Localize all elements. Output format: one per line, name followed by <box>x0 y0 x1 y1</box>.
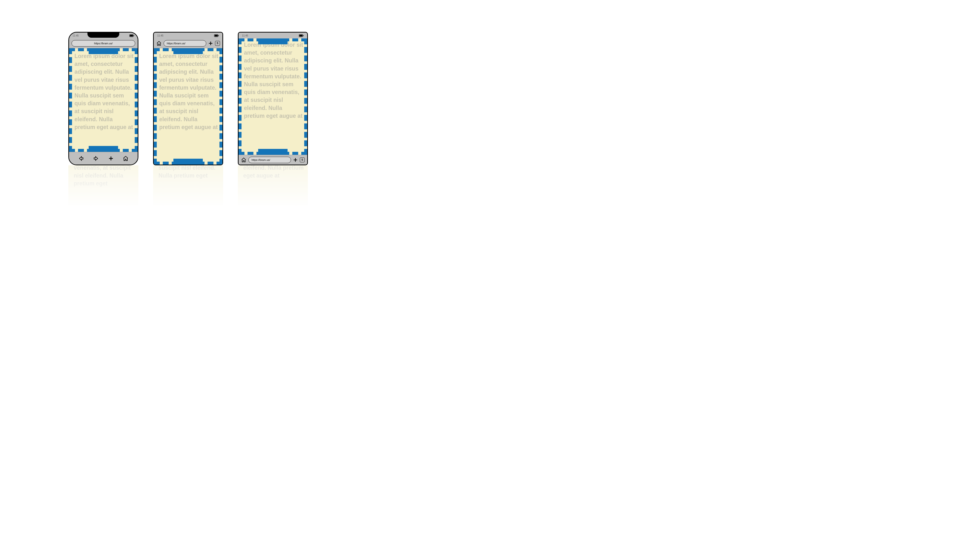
safe-area-bottom-marker <box>258 149 288 155</box>
reflection: suscipit nisl eleifend. Nulla pretium eg… <box>153 165 223 211</box>
url-field[interactable]: https://bram.us/ <box>164 40 206 46</box>
phone-mockup-c: 11:45 Lorem ipsum dolor sit amet, consec… <box>238 32 308 165</box>
new-tab-icon[interactable] <box>293 157 298 162</box>
url-field[interactable]: https://bram.us/ <box>72 40 135 46</box>
safe-area-bottom-marker <box>89 146 118 152</box>
tab-count-badge[interactable]: 5 <box>300 157 305 162</box>
svg-rect-1 <box>130 35 133 37</box>
reflection: eleifend. Nulla pretium eget augue at <box>238 165 308 211</box>
status-time: 11:45 <box>73 34 79 37</box>
home-icon[interactable] <box>123 156 129 161</box>
page-body-text: Lorem ipsum dolor sit amet, consectetur … <box>75 52 135 131</box>
status-bar: 11:45 <box>239 33 307 38</box>
svg-rect-4 <box>215 35 218 37</box>
phone-mockup-a: 11:45 https://bram.us/ Lorem ipsum dolor… <box>68 32 138 165</box>
safe-area-top-marker <box>173 48 203 54</box>
browser-viewport: Lorem ipsum dolor sit amet, consectetur … <box>69 48 138 152</box>
phone-mockup-b: 11:45 https://bram.us/ 5 Lorem ipsum dol… <box>153 32 223 165</box>
reflection: venenatis, at suscipit nisl eleifend. Nu… <box>68 165 138 211</box>
svg-rect-2 <box>134 35 134 36</box>
phone-frame: 11:45 Lorem ipsum dolor sit amet, consec… <box>238 32 308 165</box>
browser-viewport: Lorem ipsum dolor sit amet, consectetur … <box>239 38 307 155</box>
new-tab-icon[interactable] <box>208 41 213 46</box>
tab-count-badge[interactable]: 5 <box>215 41 220 46</box>
phone-frame: 11:45 https://bram.us/ Lorem ipsum dolor… <box>68 32 138 165</box>
browser-toolbar <box>69 152 138 165</box>
browser-viewport: Lorem ipsum dolor sit amet, consectetur … <box>154 48 223 165</box>
home-icon[interactable] <box>156 41 162 46</box>
status-time: 11:45 <box>242 34 248 37</box>
page-body-text: Lorem ipsum dolor sit amet, consectetur … <box>159 52 220 131</box>
safe-area-top-marker <box>258 38 288 44</box>
phone-frame: 11:45 https://bram.us/ 5 Lorem ipsum dol… <box>153 32 223 165</box>
back-icon[interactable] <box>78 156 84 161</box>
home-icon[interactable] <box>241 157 247 163</box>
safe-area-bottom-marker <box>173 159 203 165</box>
forward-icon[interactable] <box>93 156 99 161</box>
address-bar: https://bram.us/ <box>69 38 138 48</box>
battery-icon <box>129 34 134 37</box>
address-bar: https://bram.us/ 5 <box>239 155 307 165</box>
svg-rect-7 <box>299 35 302 37</box>
new-tab-icon[interactable] <box>108 156 114 161</box>
status-bar: 11:45 <box>154 33 223 38</box>
battery-icon <box>214 34 219 37</box>
status-time: 11:45 <box>157 34 163 37</box>
address-bar: https://bram.us/ 5 <box>154 38 223 48</box>
svg-rect-5 <box>218 35 219 36</box>
svg-rect-8 <box>303 35 304 36</box>
page-body-text: Lorem ipsum dolor sit amet, consectetur … <box>244 41 304 120</box>
battery-icon <box>299 34 304 37</box>
url-field[interactable]: https://bram.us/ <box>248 157 291 163</box>
safe-area-top-marker <box>89 48 118 54</box>
phone-notch <box>88 32 119 38</box>
